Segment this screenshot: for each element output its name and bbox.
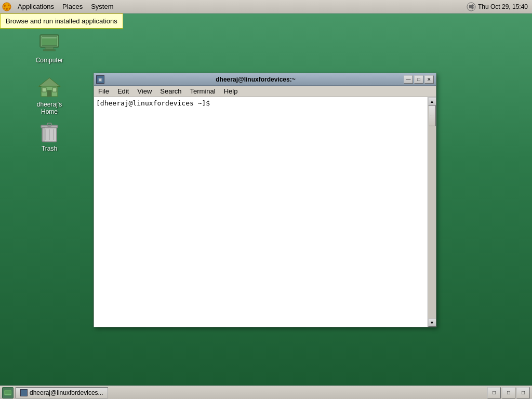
svg-marker-20 — [39, 78, 60, 86]
computer-icon-image — [37, 31, 62, 56]
terminal-text-area[interactable]: [dheeraj@linuxfordevices ~]$ — [94, 97, 428, 327]
computer-icon[interactable]: Computer — [29, 29, 70, 66]
bottom-panel: dheeraj@linuxfordevices... □ □ □ — [0, 385, 532, 399]
svg-point-2 — [8, 4, 10, 6]
terminal-menubar: File Edit View Search Terminal Help — [94, 86, 436, 97]
svg-rect-13 — [43, 49, 56, 51]
svg-point-1 — [4, 5, 6, 7]
panel-clock-area: Thu Oct 29, 15:40 — [467, 2, 532, 11]
titlebar-buttons: — □ ✕ — [404, 75, 434, 84]
terminal-edit-menu[interactable]: Edit — [113, 86, 133, 97]
maximize-button[interactable]: □ — [414, 75, 423, 84]
taskbar-task-label: dheeraj@linuxfordevices... — [30, 389, 103, 396]
terminal-search-menu[interactable]: Search — [156, 86, 185, 97]
terminal-view-menu[interactable]: View — [133, 86, 156, 97]
svg-rect-27 — [42, 127, 45, 142]
svg-marker-7 — [469, 4, 473, 9]
scrollbar-dots: ··· — [430, 114, 434, 118]
svg-rect-19 — [52, 88, 57, 92]
home-label: dheeraj's Home — [31, 101, 68, 115]
applications-menu[interactable]: Applications — [14, 0, 58, 14]
svg-rect-17 — [47, 90, 51, 97]
terminal-terminal-menu[interactable]: Terminal — [186, 86, 220, 97]
scrollbar-up-button[interactable]: ▲ — [428, 97, 436, 105]
close-button[interactable]: ✕ — [424, 75, 434, 84]
terminal-content: [dheeraj@linuxfordevices ~]$ ▲ ··· ▼ — [94, 97, 436, 327]
panel-menu-bar: Applications Places System — [0, 0, 117, 14]
trash-label: Trash — [42, 145, 57, 152]
svg-rect-29 — [5, 391, 11, 394]
taskbar-workspace-switcher: □ □ □ — [487, 387, 530, 398]
home-icon-image — [37, 75, 62, 100]
svg-rect-18 — [42, 88, 46, 92]
terminal-titlebar: ▣ dheeraj@linuxfordevices:~ — □ ✕ — [94, 73, 436, 86]
volume-icon[interactable] — [467, 2, 476, 11]
svg-rect-14 — [42, 37, 57, 38]
workspace-btn-3[interactable]: □ — [516, 387, 530, 398]
trash-icon[interactable]: Trash — [29, 117, 70, 154]
terminal-prompt: [dheeraj@linuxfordevices ~]$ — [96, 99, 210, 107]
terminal-help-menu[interactable]: Help — [220, 86, 242, 97]
trash-icon-image — [37, 119, 62, 144]
scrollbar-down-button[interactable]: ▼ — [428, 318, 436, 327]
home-icon[interactable]: dheeraj's Home — [29, 73, 70, 117]
system-menu[interactable]: System — [87, 0, 117, 14]
scrollbar-track[interactable]: ··· — [428, 105, 436, 318]
scrollbar-thumb[interactable]: ··· — [429, 105, 436, 126]
terminal-window: ▣ dheeraj@linuxfordevices:~ — □ ✕ File E… — [94, 73, 436, 327]
workspace-btn-1[interactable]: □ — [487, 387, 501, 398]
taskbar-terminal-icon — [20, 389, 28, 396]
applications-tooltip: Browse and run installed applications — [0, 14, 123, 29]
minimize-button[interactable]: — — [404, 75, 413, 84]
taskbar-terminal-task[interactable]: dheeraj@linuxfordevices... — [16, 387, 108, 398]
top-panel: Applications Places System Thu Oct 29, 1… — [0, 0, 532, 14]
svg-point-5 — [9, 7, 10, 8]
places-menu[interactable]: Places — [58, 0, 87, 14]
svg-rect-12 — [45, 47, 54, 49]
terminal-title-text: dheeraj@linuxfordevices:~ — [108, 76, 404, 83]
computer-label: Computer — [36, 57, 63, 64]
taskbar-show-desktop-icon[interactable] — [2, 387, 14, 398]
clock-display: Thu Oct 29, 15:40 — [478, 3, 528, 10]
terminal-title-icon: ▣ — [96, 75, 104, 84]
workspace-btn-2[interactable]: □ — [502, 387, 515, 398]
terminal-file-menu[interactable]: File — [94, 86, 113, 97]
terminal-scrollbar[interactable]: ▲ ··· ▼ — [428, 97, 436, 327]
svg-point-4 — [4, 7, 5, 8]
gnome-menu-icon[interactable] — [0, 0, 14, 14]
svg-point-3 — [6, 8, 8, 10]
